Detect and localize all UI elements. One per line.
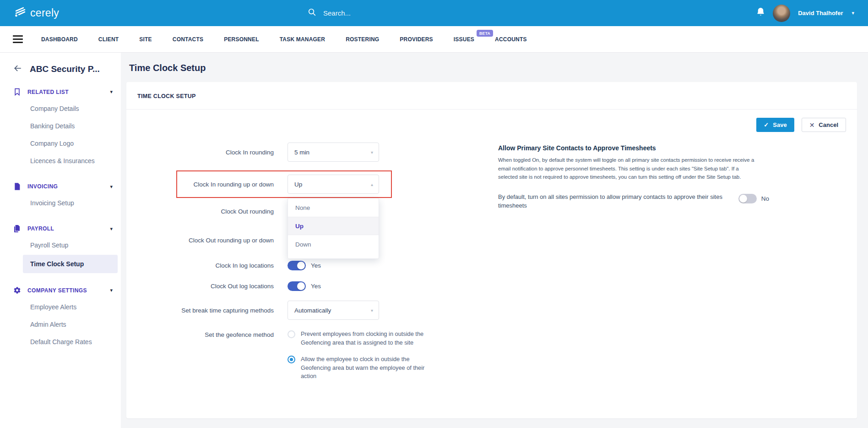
- chevron-down-icon: ▾: [371, 308, 373, 313]
- clock-out-log-toggle[interactable]: [288, 281, 306, 291]
- geofence-option-prevent[interactable]: Prevent employees from clocking in outsi…: [288, 330, 434, 347]
- clock-out-rounding-label: Clock Out rounding: [155, 208, 274, 215]
- search-icon: [308, 8, 316, 18]
- radio-unchecked-icon[interactable]: [288, 330, 295, 338]
- clock-in-log-value: Yes: [311, 262, 321, 269]
- nav-dashboard[interactable]: DASHBOARD: [41, 36, 78, 43]
- nav-client[interactable]: CLIENT: [98, 36, 119, 43]
- topbar: cerely David Thalhofer ▾: [0, 0, 868, 26]
- save-button[interactable]: ✓ Save: [756, 118, 794, 132]
- company-title: ABC Security P...: [30, 64, 100, 74]
- approve-timesheets-toggle[interactable]: [738, 194, 757, 203]
- dropdown-option-up[interactable]: Up: [288, 217, 379, 235]
- nav-rostering[interactable]: ROSTERING: [346, 36, 379, 43]
- nav-site[interactable]: SITE: [139, 36, 152, 43]
- nav-contacts[interactable]: CONTACTS: [173, 36, 203, 43]
- section-related-list[interactable]: RELATED LIST ▾: [0, 84, 121, 100]
- panel-toggle-label: By default, turn on all sites permission…: [498, 193, 725, 210]
- gear-icon: [12, 286, 22, 294]
- document-icon: [12, 183, 22, 190]
- close-icon: ✕: [809, 121, 815, 129]
- logo-text: cerely: [30, 7, 59, 19]
- nav-personnel[interactable]: PERSONNEL: [224, 36, 259, 43]
- nav-issues[interactable]: ISSUES BETA: [454, 36, 474, 43]
- back-arrow-icon[interactable]: [12, 64, 23, 75]
- approve-timesheets-panel: Allow Primary Site Contacts to Approve T…: [498, 144, 769, 210]
- nav-providers[interactable]: PROVIDERS: [400, 36, 433, 43]
- card-header: TIME CLOCK SETUP: [126, 82, 857, 110]
- clock-in-log-toggle[interactable]: [288, 261, 306, 270]
- chevron-up-icon: ▴: [371, 182, 373, 187]
- section-company-settings[interactable]: COMPANY SETTINGS ▾: [0, 282, 121, 298]
- page-title: Time Clock Setup: [129, 63, 857, 73]
- clock-in-direction-select[interactable]: Up ▴: [288, 175, 379, 194]
- chevron-down-icon: ▾: [110, 226, 113, 232]
- clock-out-log-value: Yes: [311, 283, 321, 290]
- sidebar: ABC Security P... RELATED LIST ▾ Company…: [0, 53, 121, 428]
- user-menu-caret-icon[interactable]: ▾: [852, 10, 854, 16]
- nav-accounts[interactable]: ACCOUNTS: [495, 36, 527, 43]
- sidebar-item-time-clock-setup[interactable]: Time Clock Setup: [23, 255, 118, 273]
- clock-in-rounding-select[interactable]: 5 min ▾: [288, 143, 379, 162]
- sidebar-item-employee-alerts[interactable]: Employee Alerts: [0, 298, 121, 316]
- radio-checked-icon[interactable]: [288, 356, 295, 363]
- break-time-select[interactable]: Automatically ▾: [288, 301, 379, 320]
- dropdown-option-down[interactable]: Down: [288, 235, 379, 253]
- chevron-down-icon: ▾: [110, 89, 113, 95]
- clock-in-direction-label: Clock In rounding up or down: [155, 181, 274, 188]
- time-clock-setup-card: TIME CLOCK SETUP ✓ Save ✕ Cancel Clock: [126, 82, 857, 418]
- cerely-logo-icon: [13, 5, 27, 21]
- sidebar-item-company-logo[interactable]: Company Logo: [0, 135, 121, 152]
- search-input[interactable]: [323, 9, 442, 17]
- check-icon: ✓: [764, 121, 769, 128]
- chevron-down-icon: ▾: [110, 184, 113, 190]
- notification-bell-icon[interactable]: [756, 7, 765, 19]
- sidebar-item-default-charge-rates[interactable]: Default Charge Rates: [0, 333, 121, 351]
- sidebar-item-invoicing-setup[interactable]: Invoicing Setup: [0, 194, 121, 212]
- break-time-label: Set break time capturing methods: [155, 307, 274, 314]
- section-payroll[interactable]: PAYROLL ▾: [0, 221, 121, 236]
- bookmark-icon: [12, 88, 22, 96]
- main-navbar: DASHBOARD CLIENT SITE CONTACTS PERSONNEL…: [0, 26, 868, 53]
- geofence-label: Set the geofence method: [155, 330, 274, 338]
- app-logo[interactable]: cerely: [13, 5, 59, 21]
- sidebar-item-company-details[interactable]: Company Details: [0, 100, 121, 117]
- chevron-down-icon: ▾: [371, 150, 373, 155]
- panel-heading: Allow Primary Site Contacts to Approve T…: [498, 144, 769, 152]
- chevron-down-icon: ▾: [110, 287, 113, 293]
- global-search[interactable]: [308, 0, 442, 26]
- nav-task-manager[interactable]: TASK MANAGER: [280, 36, 326, 43]
- dropdown-option-none[interactable]: None: [288, 198, 379, 217]
- user-name[interactable]: David Thalhofer: [798, 10, 843, 16]
- direction-dropdown-menu: None Up Down: [288, 198, 379, 259]
- clock-in-log-label: Clock In log locations: [155, 262, 274, 269]
- beta-badge: BETA: [477, 30, 493, 37]
- clock-out-direction-label: Clock Out rounding up or down: [155, 237, 274, 244]
- sidebar-item-admin-alerts[interactable]: Admin Alerts: [0, 316, 121, 333]
- documents-icon: [12, 225, 22, 232]
- geofence-option-allow[interactable]: Allow the employee to clock in outside t…: [288, 355, 434, 381]
- clock-out-log-label: Clock Out log locations: [155, 283, 274, 290]
- approve-timesheets-value: No: [761, 195, 769, 202]
- section-invoicing[interactable]: INVOICING ▾: [0, 179, 121, 194]
- sidebar-item-licences-insurances[interactable]: Licences & Insurances: [0, 152, 121, 170]
- hamburger-menu-icon[interactable]: [13, 35, 23, 43]
- sidebar-item-banking-details[interactable]: Banking Details: [0, 117, 121, 135]
- cancel-button[interactable]: ✕ Cancel: [802, 118, 846, 132]
- user-avatar[interactable]: [773, 5, 790, 22]
- panel-description: When toggled On, by default the system w…: [498, 156, 757, 181]
- clock-in-rounding-label: Clock In rounding: [155, 149, 274, 156]
- sidebar-item-payroll-setup[interactable]: Payroll Setup: [0, 236, 121, 254]
